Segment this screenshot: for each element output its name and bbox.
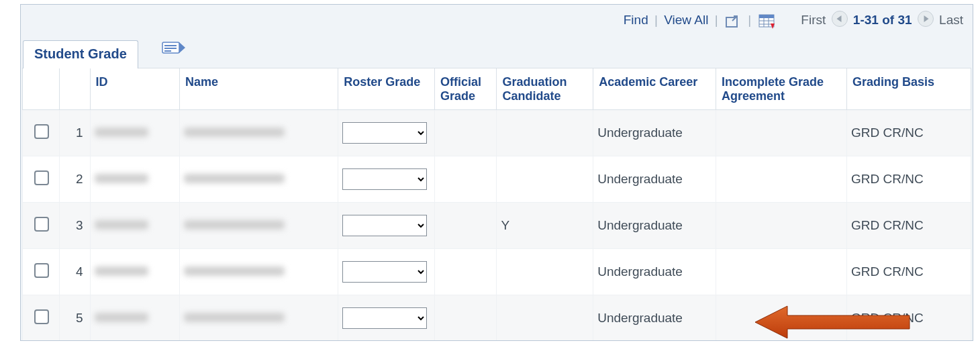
col-header-seq xyxy=(60,68,90,110)
row-name xyxy=(180,203,338,249)
roster-grade-select[interactable] xyxy=(342,307,427,329)
grade-roster-table: ID Name Roster Grade Official Grade Grad… xyxy=(22,68,971,341)
row-grading-basis: GRD CR/NC xyxy=(847,110,971,156)
row-official-grade xyxy=(435,249,497,295)
row-graduation-candidate: Y xyxy=(497,203,593,249)
row-id xyxy=(90,156,179,203)
row-incomplete-agreement xyxy=(716,156,846,203)
row-graduation-candidate xyxy=(497,295,593,341)
col-header-gradcand[interactable]: Graduation Candidate xyxy=(497,68,593,110)
col-header-name[interactable]: Name xyxy=(180,68,338,110)
table-row: 4UndergraduateGRD CR/NC xyxy=(23,249,971,295)
row-graduation-candidate xyxy=(497,110,593,156)
row-academic-career: Undergraduate xyxy=(593,156,716,203)
row-name xyxy=(180,156,338,203)
row-grading-basis: GRD CR/NC xyxy=(847,156,971,203)
row-id xyxy=(90,203,179,249)
row-incomplete-agreement xyxy=(716,110,846,156)
row-grading-basis: GRD CR/NC xyxy=(847,295,971,341)
row-select-checkbox[interactable] xyxy=(34,217,49,232)
roster-grade-select[interactable] xyxy=(342,215,427,236)
row-graduation-candidate xyxy=(497,156,593,203)
show-all-columns-icon[interactable] xyxy=(162,40,186,58)
table-row: 3YUndergraduateGRD CR/NC xyxy=(23,203,971,249)
row-seq: 2 xyxy=(60,156,90,203)
col-header-id[interactable]: ID xyxy=(90,68,179,110)
row-official-grade xyxy=(435,203,497,249)
col-header-iga[interactable]: Incomplete Grade Agreement xyxy=(716,68,846,110)
row-grading-basis: GRD CR/NC xyxy=(847,203,971,249)
row-official-grade xyxy=(435,156,497,203)
col-header-career[interactable]: Academic Career xyxy=(593,68,716,110)
row-id xyxy=(90,295,179,341)
row-seq: 5 xyxy=(60,295,90,341)
popout-icon[interactable] xyxy=(726,7,740,38)
col-header-roster[interactable]: Roster Grade xyxy=(338,68,435,110)
row-official-grade xyxy=(435,110,497,156)
row-select-checkbox[interactable] xyxy=(34,124,49,139)
row-academic-career: Undergraduate xyxy=(593,249,716,295)
row-seq: 1 xyxy=(60,110,90,156)
row-select-checkbox[interactable] xyxy=(34,263,49,278)
row-incomplete-agreement xyxy=(716,203,846,249)
row-name xyxy=(180,110,338,156)
roster-grade-select[interactable] xyxy=(342,168,427,190)
grid-header-bar: Find | View All | | First xyxy=(21,5,973,36)
row-id xyxy=(90,110,179,156)
row-academic-career: Undergraduate xyxy=(593,110,716,156)
row-grading-basis: GRD CR/NC xyxy=(847,249,971,295)
tab-student-grade[interactable]: Student Grade xyxy=(23,40,138,68)
svg-rect-2 xyxy=(759,15,774,18)
row-academic-career: Undergraduate xyxy=(593,203,716,249)
row-incomplete-agreement xyxy=(716,249,846,295)
roster-grade-select[interactable] xyxy=(342,261,427,283)
row-select-checkbox[interactable] xyxy=(34,309,49,324)
pager-last[interactable]: Last xyxy=(939,13,963,27)
svg-marker-12 xyxy=(179,42,185,53)
row-graduation-candidate xyxy=(497,249,593,295)
pager-first[interactable]: First xyxy=(801,13,826,27)
row-official-grade xyxy=(435,295,497,341)
pager-prev-icon[interactable] xyxy=(832,11,848,27)
table-header-row: ID Name Roster Grade Official Grade Grad… xyxy=(23,68,971,110)
table-row: 1UndergraduateGRD CR/NC xyxy=(23,110,971,156)
roster-grade-select[interactable] xyxy=(342,122,427,144)
row-id xyxy=(90,249,179,295)
row-name xyxy=(180,295,338,341)
grid-tab-row: Student Grade xyxy=(21,36,973,68)
row-select-checkbox[interactable] xyxy=(34,170,49,185)
col-header-select xyxy=(23,68,60,110)
col-header-official[interactable]: Official Grade xyxy=(435,68,497,110)
table-row: 5UndergraduateGRD CR/NC xyxy=(23,295,971,341)
col-header-basis[interactable]: Grading Basis xyxy=(847,68,971,110)
pager-next-icon[interactable] xyxy=(918,11,934,27)
svg-rect-0 xyxy=(726,17,737,27)
find-link[interactable]: Find xyxy=(624,13,648,27)
row-seq: 3 xyxy=(60,203,90,249)
row-seq: 4 xyxy=(60,249,90,295)
download-grid-icon[interactable] xyxy=(758,7,775,38)
row-academic-career: Undergraduate xyxy=(593,295,716,341)
row-incomplete-agreement xyxy=(716,295,846,341)
view-all-link[interactable]: View All xyxy=(664,13,708,27)
row-name xyxy=(180,249,338,295)
table-row: 2UndergraduateGRD CR/NC xyxy=(23,156,971,203)
pager-range: 1-31 of 31 xyxy=(853,13,912,27)
